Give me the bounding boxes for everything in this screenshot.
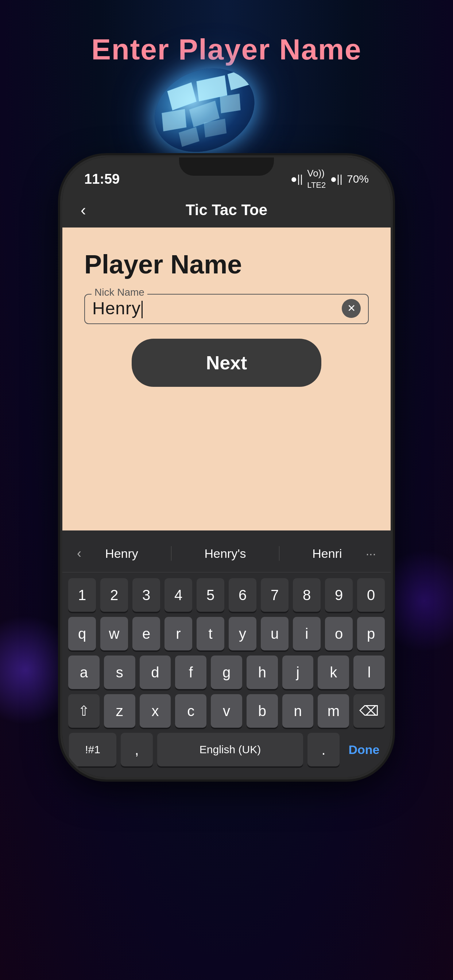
key-2[interactable]: 2 xyxy=(100,578,128,612)
status-icons: ●|| Vo))LTE2 ●|| 70% xyxy=(291,168,369,190)
key-comma[interactable]: , xyxy=(121,733,153,766)
key-m[interactable]: m xyxy=(318,694,349,728)
clear-input-button[interactable] xyxy=(342,299,361,318)
nickname-input-wrapper[interactable]: Nick Name Henry xyxy=(84,294,369,324)
wifi-icon: ●|| xyxy=(330,173,343,185)
key-k[interactable]: k xyxy=(318,655,349,689)
key-symbols[interactable]: !#1 xyxy=(69,733,116,766)
key-x[interactable]: x xyxy=(140,694,171,728)
key-f[interactable]: f xyxy=(175,655,206,689)
key-w[interactable]: w xyxy=(100,617,128,651)
key-t[interactable]: t xyxy=(196,617,224,651)
key-z[interactable]: z xyxy=(104,694,135,728)
shift-key[interactable]: ⇧ xyxy=(68,694,100,728)
status-time: 11:59 xyxy=(84,171,120,187)
key-a[interactable]: a xyxy=(68,655,100,689)
suggestion-divider-2 xyxy=(279,546,279,561)
page-heading: Enter Player Name xyxy=(91,33,362,66)
suggestions-left-arrow[interactable]: ‹ xyxy=(73,542,85,565)
signal-icon: ●|| xyxy=(291,173,303,185)
key-9[interactable]: 9 xyxy=(325,578,353,612)
suggestions-more-button[interactable]: ··· xyxy=(362,543,380,565)
key-row-qwerty: q w e r t y u i o p xyxy=(68,617,385,651)
delete-icon: ⌫ xyxy=(359,703,379,719)
disco-ball-decoration xyxy=(135,70,318,172)
delete-key[interactable]: ⌫ xyxy=(353,694,385,728)
shift-icon: ⇧ xyxy=(78,703,90,719)
key-b[interactable]: b xyxy=(247,694,278,728)
keyboard-rows: 1 2 3 4 5 6 7 8 9 0 q w e r t xyxy=(62,573,391,766)
battery-indicator: 70% xyxy=(347,173,369,185)
key-h[interactable]: h xyxy=(247,655,278,689)
key-p[interactable]: p xyxy=(357,617,385,651)
key-space[interactable]: English (UK) xyxy=(157,733,303,766)
key-i[interactable]: i xyxy=(293,617,321,651)
key-e[interactable]: e xyxy=(132,617,160,651)
key-row-bottom: !#1 , English (UK) . Done xyxy=(68,733,385,766)
app-title: Tic Tac Toe xyxy=(186,201,267,219)
key-r[interactable]: r xyxy=(164,617,192,651)
suggestions-words: Henry Henry's Henri xyxy=(85,544,362,564)
key-row-asdf: a s d f g h j k l xyxy=(68,655,385,689)
key-row-zxcv: ⇧ z x c v b n m ⌫ xyxy=(68,694,385,728)
key-d[interactable]: d xyxy=(140,655,171,689)
key-1[interactable]: 1 xyxy=(68,578,96,612)
key-q[interactable]: q xyxy=(68,617,96,651)
lte-icon: Vo))LTE2 xyxy=(307,168,326,190)
suggestion-divider-1 xyxy=(171,546,171,561)
next-button[interactable]: Next xyxy=(132,339,321,387)
content-area: Player Name Nick Name Henry Next xyxy=(62,228,391,530)
back-button[interactable]: ‹ xyxy=(81,201,86,219)
suggestions-bar: ‹ Henry Henry's Henri ··· xyxy=(62,536,391,573)
key-3[interactable]: 3 xyxy=(132,578,160,612)
key-y[interactable]: y xyxy=(229,617,257,651)
key-c[interactable]: c xyxy=(175,694,206,728)
suggestion-henrys[interactable]: Henry's xyxy=(197,544,253,564)
key-8[interactable]: 8 xyxy=(293,578,321,612)
key-7[interactable]: 7 xyxy=(261,578,289,612)
done-key[interactable]: Done xyxy=(344,733,384,766)
input-value: Henry xyxy=(92,298,143,318)
section-title: Player Name xyxy=(84,250,369,279)
key-s[interactable]: s xyxy=(104,655,135,689)
key-u[interactable]: u xyxy=(261,617,289,651)
key-l[interactable]: l xyxy=(353,655,385,689)
key-v[interactable]: v xyxy=(211,694,242,728)
key-o[interactable]: o xyxy=(325,617,353,651)
key-row-numbers: 1 2 3 4 5 6 7 8 9 0 xyxy=(68,578,385,612)
phone-notch xyxy=(179,158,274,176)
key-j[interactable]: j xyxy=(282,655,314,689)
key-period[interactable]: . xyxy=(308,733,340,766)
suggestion-henri[interactable]: Henri xyxy=(305,544,349,564)
key-n[interactable]: n xyxy=(282,694,314,728)
key-5[interactable]: 5 xyxy=(196,578,224,612)
key-g[interactable]: g xyxy=(211,655,242,689)
phone-frame: 11:59 ●|| Vo))LTE2 ●|| 70% ‹ Tic Tac Toe… xyxy=(62,158,391,777)
keyboard-area: ‹ Henry Henry's Henri ··· 1 2 3 4 xyxy=(62,530,391,777)
key-0[interactable]: 0 xyxy=(357,578,385,612)
key-4[interactable]: 4 xyxy=(164,578,192,612)
input-label: Nick Name xyxy=(91,286,147,298)
app-header: ‹ Tic Tac Toe xyxy=(62,194,391,228)
suggestion-henry[interactable]: Henry xyxy=(98,544,145,564)
key-6[interactable]: 6 xyxy=(229,578,257,612)
